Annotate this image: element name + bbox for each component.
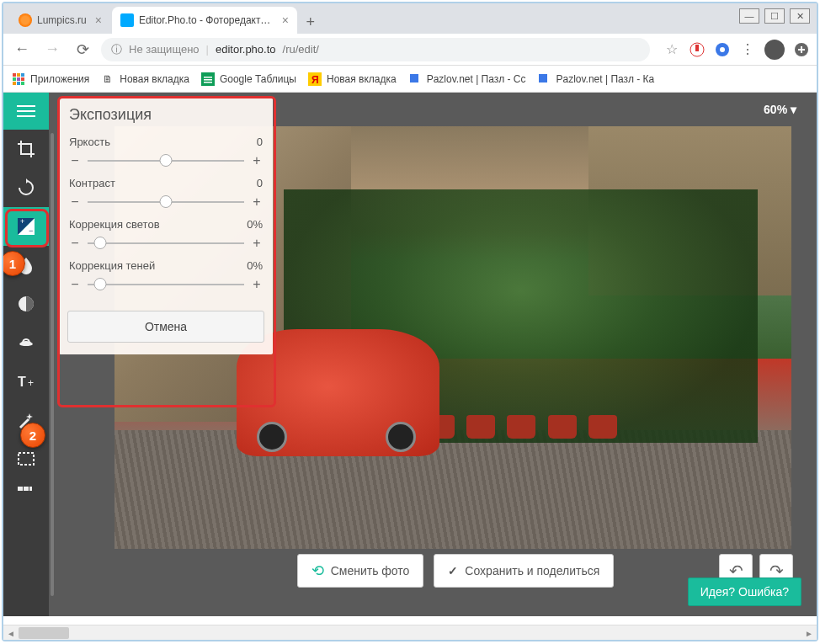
zoom-value: 60% — [764, 103, 787, 116]
close-icon[interactable]: × — [282, 13, 289, 27]
extension-icon-1[interactable] — [689, 41, 706, 58]
increase-button[interactable]: + — [251, 277, 263, 292]
increase-button[interactable]: + — [251, 153, 263, 168]
bookmark-new-tab-2[interactable]: Я Новая вкладка — [308, 72, 397, 86]
slider-thumb[interactable] — [93, 278, 106, 290]
svg-rect-27 — [18, 487, 23, 491]
feedback-button[interactable]: Идея? Ошибка? — [688, 577, 801, 606]
svg-rect-9 — [17, 77, 20, 81]
window-controls: — ☐ ✕ — [739, 8, 810, 24]
panel-title: Экспозиция — [59, 98, 273, 130]
cancel-button[interactable]: Отмена — [67, 311, 264, 343]
zoom-indicator[interactable]: 60% ▾ — [764, 103, 796, 116]
minimize-button[interactable]: — — [739, 8, 759, 24]
maximize-button[interactable]: ☐ — [764, 8, 785, 24]
chevron-down-icon: ▾ — [791, 103, 796, 116]
exposure-panel: Экспозиция Яркость 0 − + Контраст — [59, 98, 273, 354]
editor-app: +− T+ + — [3, 93, 817, 616]
bookmark-label: Приложения — [30, 73, 89, 85]
svg-rect-16 — [204, 79, 212, 81]
increase-button[interactable]: + — [251, 194, 263, 210]
close-window-button[interactable]: ✕ — [790, 8, 810, 24]
slider-label: Коррекция теней — [69, 259, 155, 272]
url-host: editor.pho.to — [216, 43, 276, 56]
change-photo-button[interactable]: ⟲ Сменить фото — [297, 554, 424, 588]
decrease-button[interactable]: − — [69, 236, 81, 251]
slider-track[interactable] — [88, 242, 244, 244]
bookmark-label: Новая вкладка — [327, 73, 397, 85]
extension-icon-2[interactable] — [714, 41, 731, 58]
svg-point-3 — [720, 47, 725, 52]
forward-button[interactable]: → — [40, 38, 64, 61]
bookmark-label: Новая вкладка — [120, 73, 189, 85]
svg-rect-13 — [21, 82, 24, 85]
menu-dots-icon[interactable]: ⋮ — [739, 41, 756, 58]
svg-rect-28 — [24, 487, 29, 491]
page-icon: 🗎 — [101, 72, 114, 86]
new-tab-button[interactable]: + — [299, 10, 322, 34]
check-icon: ✓ — [448, 564, 458, 577]
save-share-button[interactable]: ✓ Сохранить и поделиться — [434, 554, 614, 588]
info-icon: ⓘ — [111, 42, 122, 57]
horizontal-scrollbar[interactable]: ◄ ► — [3, 625, 817, 640]
button-label: Сохранить и поделиться — [465, 564, 599, 577]
slider-value: 0% — [247, 259, 263, 272]
slider-track[interactable] — [88, 201, 244, 203]
tool-text[interactable]: T+ — [3, 362, 49, 401]
annotation-callout-2: 2 — [20, 423, 45, 448]
tool-sharpen[interactable] — [3, 285, 49, 323]
sheets-icon — [201, 72, 215, 86]
apps-shortcut[interactable]: Приложения — [12, 72, 89, 86]
tool-stickers[interactable] — [3, 323, 49, 362]
svg-rect-12 — [17, 82, 20, 85]
slider-track[interactable] — [88, 160, 244, 162]
slider-shadows: Коррекция теней 0% − + — [59, 254, 273, 295]
bookmark-label: Pazlov.net | Пазл - Ка — [556, 73, 654, 85]
url-path: /ru/edit/ — [283, 43, 319, 56]
tool-exposure[interactable]: +− — [3, 207, 49, 246]
security-label: Не защищено — [129, 43, 200, 56]
bookmark-pazlov-2[interactable]: Pazlov.net | Пазл - Ка — [537, 72, 654, 86]
star-icon[interactable]: ☆ — [663, 41, 680, 58]
swap-icon: ⟲ — [311, 562, 324, 580]
bookmark-label: Google Таблицы — [220, 73, 296, 85]
bookmark-pazlov-1[interactable]: Pazlov.net | Пазл - Сс — [408, 72, 526, 86]
url-input[interactable]: ⓘ Не защищено | editor.pho.to/ru/edit/ — [101, 38, 650, 61]
scroll-left-icon[interactable]: ◄ — [5, 627, 17, 639]
svg-rect-15 — [204, 77, 212, 78]
svg-rect-1 — [695, 45, 699, 51]
back-button[interactable]: ← — [10, 38, 34, 61]
slider-contrast: Контраст 0 − + — [59, 172, 273, 213]
favicon-icon — [19, 13, 32, 27]
address-bar: ← → ⟳ ⓘ Не защищено | editor.pho.to/ru/e… — [3, 34, 817, 66]
scrollbar-thumb[interactable] — [19, 627, 69, 639]
decrease-button[interactable]: − — [69, 194, 81, 210]
menu-button[interactable] — [3, 93, 49, 130]
profile-avatar[interactable] — [764, 40, 785, 60]
slider-thumb[interactable] — [160, 154, 173, 167]
editor-main: 60% ▾ Экспозиция Яркость 0 − + — [49, 93, 817, 616]
chrome-menu-icon[interactable] — [793, 41, 810, 58]
decrease-button[interactable]: − — [69, 277, 81, 292]
slider-highlights: Коррекция светов 0% − + — [59, 213, 273, 254]
bookmark-new-tab-1[interactable]: 🗎 Новая вкладка — [101, 72, 189, 86]
slider-thumb[interactable] — [160, 195, 173, 208]
tab-photo-editor[interactable]: Editor.Pho.to - Фоторедактор он × — [112, 7, 297, 34]
scroll-right-icon[interactable]: ► — [803, 627, 815, 639]
reload-button[interactable]: ⟳ — [71, 38, 94, 61]
tool-rotate[interactable] — [3, 168, 49, 207]
slider-thumb[interactable] — [93, 237, 106, 249]
close-icon[interactable]: × — [95, 13, 102, 27]
decrease-button[interactable]: − — [69, 153, 81, 168]
tool-more[interactable] — [3, 478, 49, 500]
tab-title: Lumpics.ru — [37, 14, 87, 26]
favicon-icon — [120, 13, 134, 27]
divider: | — [206, 43, 209, 56]
tool-crop[interactable] — [3, 130, 49, 168]
slider-track[interactable] — [88, 284, 244, 285]
tab-lumpics[interactable]: Lumpics.ru × — [10, 7, 110, 34]
svg-rect-8 — [13, 77, 16, 81]
increase-button[interactable]: + — [251, 236, 263, 251]
apps-icon — [12, 72, 25, 86]
bookmark-google-sheets[interactable]: Google Таблицы — [201, 72, 296, 86]
